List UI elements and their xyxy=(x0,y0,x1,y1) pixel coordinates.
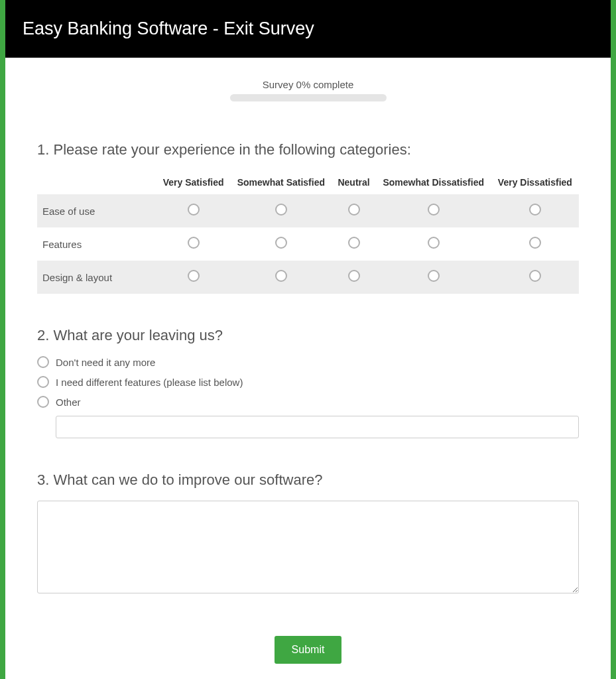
radio-different-features[interactable] xyxy=(37,376,49,388)
rating-header-very-satisfied: Very Satisfied xyxy=(156,170,230,194)
radio-features-somewhat-satisfied[interactable] xyxy=(275,237,287,249)
rating-header-somewhat-dissatisfied: Somewhat Dissatisfied xyxy=(376,170,491,194)
list-item: Other xyxy=(37,396,579,408)
row-label-design: Design & layout xyxy=(37,261,156,294)
radio-ease-neutral[interactable] xyxy=(348,204,360,216)
radio-design-very-satisfied[interactable] xyxy=(188,270,200,282)
radio-features-very-dissatisfied[interactable] xyxy=(529,237,541,249)
option-label-other: Other xyxy=(56,397,81,408)
radio-dont-need[interactable] xyxy=(37,356,49,368)
rating-header-somewhat-satisfied: Somewhat Satisfied xyxy=(230,170,332,194)
table-row: Features xyxy=(37,227,579,261)
radio-features-very-satisfied[interactable] xyxy=(188,237,200,249)
radio-design-somewhat-satisfied[interactable] xyxy=(275,270,287,282)
radio-features-neutral[interactable] xyxy=(348,237,360,249)
improve-textarea[interactable] xyxy=(37,501,579,593)
other-text-input[interactable] xyxy=(56,416,579,438)
rating-header-very-dissatisfied: Very Dissatisfied xyxy=(491,170,579,194)
table-row: Ease of use xyxy=(37,194,579,227)
rating-header-neutral: Neutral xyxy=(332,170,375,194)
list-item: I need different features (please list b… xyxy=(37,376,579,388)
question-1: 1. Please rate your experience in the fo… xyxy=(37,141,579,294)
rating-table: Very Satisfied Somewhat Satisfied Neutra… xyxy=(37,170,579,294)
survey-content: Survey 0% complete 1. Please rate your e… xyxy=(5,58,611,679)
row-label-features: Features xyxy=(37,227,156,261)
radio-ease-somewhat-satisfied[interactable] xyxy=(275,204,287,216)
other-input-wrapper xyxy=(56,416,579,438)
radio-other[interactable] xyxy=(37,396,49,408)
progress-label: Survey 0% complete xyxy=(37,79,579,90)
question-1-title: 1. Please rate your experience in the fo… xyxy=(37,141,579,158)
radio-design-very-dissatisfied[interactable] xyxy=(529,270,541,282)
radio-features-somewhat-dissatisfied[interactable] xyxy=(428,237,440,249)
question-2-title: 2. What are your leaving us? xyxy=(37,327,579,344)
survey-header: Easy Banking Software - Exit Survey xyxy=(5,0,611,58)
submit-button[interactable]: Submit xyxy=(275,636,342,664)
row-label-ease-of-use: Ease of use xyxy=(37,194,156,227)
question-3-title: 3. What can we do to improve our softwar… xyxy=(37,471,579,489)
option-label-dont-need: Don't need it any more xyxy=(56,357,155,368)
progress-bar xyxy=(230,94,387,101)
progress-section: Survey 0% complete xyxy=(37,79,579,101)
radio-ease-somewhat-dissatisfied[interactable] xyxy=(428,204,440,216)
question-2: 2. What are your leaving us? Don't need … xyxy=(37,327,579,438)
radio-design-neutral[interactable] xyxy=(348,270,360,282)
radio-design-somewhat-dissatisfied[interactable] xyxy=(428,270,440,282)
radio-ease-very-dissatisfied[interactable] xyxy=(529,204,541,216)
table-row: Design & layout xyxy=(37,261,579,294)
option-list: Don't need it any more I need different … xyxy=(37,356,579,408)
page-wrapper: Easy Banking Software - Exit Survey Surv… xyxy=(5,0,611,679)
submit-wrapper: Submit xyxy=(37,636,579,664)
survey-title: Easy Banking Software - Exit Survey xyxy=(23,19,593,39)
radio-ease-very-satisfied[interactable] xyxy=(188,204,200,216)
option-label-different-features: I need different features (please list b… xyxy=(56,377,243,388)
question-3: 3. What can we do to improve our softwar… xyxy=(37,471,579,596)
rating-header-empty xyxy=(37,170,156,194)
list-item: Don't need it any more xyxy=(37,356,579,368)
